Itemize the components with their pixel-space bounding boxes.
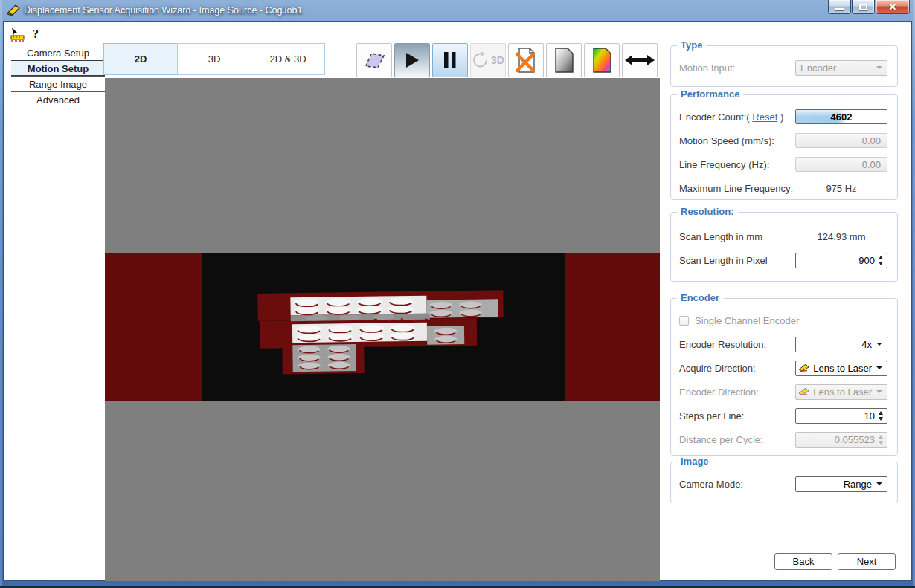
client-area: ? Camera Setup Motion Setup Range Image … (3, 21, 912, 581)
group-performance: Performance Encoder Count:( Reset ) 4602… (670, 94, 898, 200)
camera-mode-value: Range (844, 479, 872, 490)
scan-length-px-stepper[interactable]: 900 (795, 253, 887, 268)
acquire-direction-label: Acquire Direction: (679, 363, 756, 374)
maximize-icon (859, 4, 867, 10)
no-colormap-button[interactable] (508, 43, 544, 77)
line-frequency-label: Line Frequency (Hz): (679, 159, 769, 170)
distance-per-cycle-stepper: 0.055523 (795, 432, 887, 448)
encoder-resolution-label: Encoder Resolution: (679, 339, 766, 350)
rainbow-colormap-icon (591, 47, 613, 74)
scan-length-px-value: 900 (858, 255, 875, 266)
scan-length-mm-value: 124.93 mm (795, 231, 887, 242)
view-mode-tabs: 2D 3D 2D & 3D (104, 43, 325, 75)
stepper-down-icon[interactable] (879, 417, 883, 421)
sidebar-item-range-image[interactable]: Range Image (11, 76, 105, 91)
scan-image (105, 78, 660, 581)
grayscale-colormap-icon (553, 47, 575, 74)
acquire-direction-dropdown[interactable]: Lens to Laser (795, 361, 887, 376)
group-resolution-title: Resolution: (677, 206, 738, 217)
line-frequency-field: 0.00 (795, 157, 887, 172)
camera-mode-label: Camera Mode: (679, 479, 743, 490)
encoder-direction-label: Encoder Direction: (679, 387, 759, 398)
encoder-count-label: Encoder Count:( Reset ) (679, 112, 783, 123)
scan-length-px-label: Scan Length in Pixel (679, 255, 768, 266)
minimize-button[interactable] (828, 0, 851, 14)
group-encoder: Encoder Single Channel Encoder Encoder R… (670, 298, 898, 456)
title-bar[interactable]: Displacement Sensor Acquisition Wizard -… (0, 0, 915, 21)
group-encoder-title: Encoder (677, 292, 723, 303)
sensor-direction-icon (798, 387, 810, 396)
region-select-button[interactable] (356, 43, 392, 77)
wizard-steps-nav: Camera Setup Motion Setup Range Image Ad… (11, 45, 105, 107)
pause-icon (443, 51, 458, 69)
rainbow-colormap-button[interactable] (584, 43, 620, 77)
maximize-button[interactable] (852, 0, 875, 14)
measure-tool-icon[interactable] (10, 27, 26, 42)
group-resolution: Resolution: Scan Length in mm 124.93 mm … (670, 212, 898, 282)
distance-per-cycle-label: Distance per Cycle: (679, 434, 763, 445)
stepper-up-icon[interactable] (879, 256, 883, 259)
next-button[interactable]: Next (838, 553, 896, 570)
steps-per-line-value: 10 (864, 410, 875, 421)
encoder-resolution-value: 4x (861, 339, 872, 350)
grayscale-colormap-button[interactable] (546, 43, 582, 77)
steps-per-line-label: Steps per Line: (679, 410, 744, 421)
encoder-count-field[interactable]: 4602 (795, 109, 887, 124)
region-select-icon (361, 49, 388, 71)
scan-length-mm-label: Scan Length in mm (679, 231, 762, 242)
sidebar-item-motion-setup[interactable]: Motion Setup (11, 60, 105, 76)
max-line-frequency-label: Maximum Line Frequency: (679, 183, 793, 194)
fit-width-button[interactable] (622, 43, 658, 77)
distance-per-cycle-value: 0.055523 (835, 434, 875, 445)
refresh-3d-icon (472, 51, 489, 70)
stepper-up-icon[interactable] (879, 411, 883, 415)
group-performance-title: Performance (677, 88, 743, 100)
app-window: Displacement Sensor Acquisition Wizard -… (0, 0, 915, 588)
tab-3d[interactable]: 3D (177, 43, 251, 75)
acquire-direction-value: Lens to Laser (813, 363, 872, 374)
help-icon[interactable]: ? (33, 28, 39, 41)
no-colormap-icon (513, 47, 539, 74)
group-type-title: Type (677, 39, 706, 51)
sidebar-item-advanced[interactable]: Advanced (11, 91, 105, 107)
reset-link[interactable]: Reset (752, 112, 777, 123)
stepper-down-icon (879, 441, 883, 445)
refresh-3d-button: 3D (470, 43, 506, 77)
tab-2d-and-3d[interactable]: 2D & 3D (251, 43, 325, 75)
steps-per-line-stepper[interactable]: 10 (795, 408, 887, 424)
scan-viewer (105, 78, 660, 581)
acquisition-toolbar: 3D (356, 43, 658, 77)
stepper-up-icon (879, 435, 883, 439)
encoder-direction-value: Lens to Laser (813, 387, 872, 398)
motion-input-label: Motion Input: (679, 62, 735, 74)
back-button[interactable]: Back (774, 553, 832, 570)
chevron-down-icon (876, 366, 882, 369)
app-icon (7, 4, 22, 17)
motion-speed-field: 0.00 (795, 133, 887, 148)
tab-2d[interactable]: 2D (103, 43, 178, 75)
motion-input-value: Encoder (796, 62, 836, 74)
group-image: Image Camera Mode: Range (670, 462, 898, 503)
chevron-down-icon (876, 66, 882, 69)
camera-mode-dropdown[interactable]: Range (795, 476, 887, 492)
motion-speed-label: Motion Speed (mm/s): (679, 135, 774, 146)
group-image-title: Image (677, 456, 713, 467)
single-channel-label: Single Channel Encoder (695, 315, 799, 326)
max-line-frequency-value: 975 Hz (795, 183, 887, 194)
sidebar-item-camera-setup[interactable]: Camera Setup (11, 45, 105, 60)
close-icon: ✕ (889, 1, 897, 13)
fit-width-icon (624, 54, 655, 67)
group-type: Type Motion Input: Encoder (670, 45, 898, 87)
close-button[interactable]: ✕ (876, 0, 910, 14)
chevron-down-icon (876, 343, 882, 346)
chevron-down-icon (876, 390, 882, 393)
play-icon (404, 51, 420, 69)
stepper-down-icon[interactable] (879, 262, 883, 265)
encoder-resolution-dropdown[interactable]: 4x (795, 337, 887, 352)
pause-button[interactable] (432, 43, 468, 77)
single-channel-checkbox (679, 316, 689, 326)
motion-input-dropdown: Encoder (795, 60, 887, 76)
chevron-down-icon (876, 482, 882, 485)
sensor-direction-icon (798, 364, 810, 372)
play-button[interactable] (394, 43, 430, 77)
